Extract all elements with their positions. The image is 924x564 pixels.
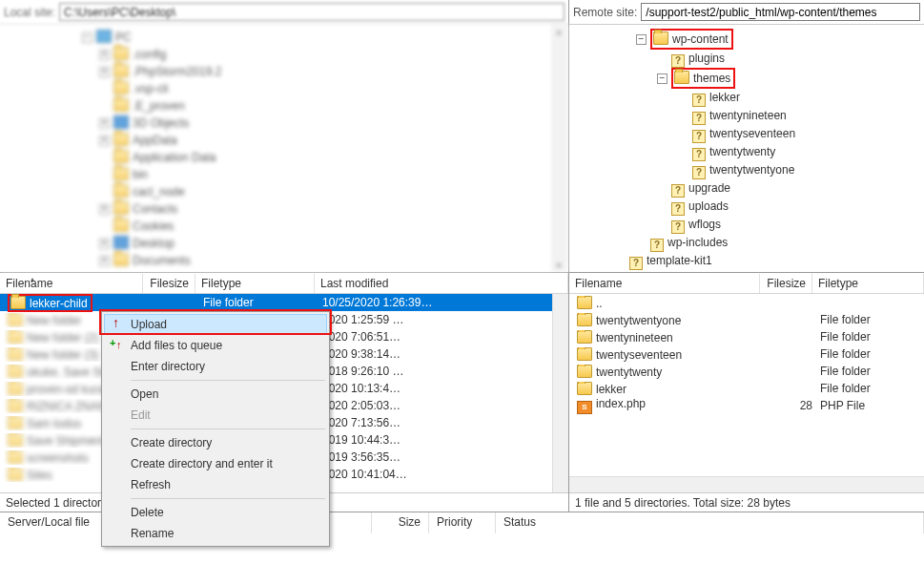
- local-site-input[interactable]: [59, 3, 565, 21]
- col-priority[interactable]: Priority: [429, 512, 496, 533]
- tree-item[interactable]: +Contacts: [82, 200, 568, 218]
- col-filetype[interactable]: Filetype: [195, 274, 315, 293]
- remote-tree-pane: Remote site: −wp-content?plugins−themes?…: [569, 0, 924, 272]
- expander-icon[interactable]: +: [99, 204, 110, 215]
- list-item[interactable]: lekker-childFile folder10/25/2020 1:26:3…: [0, 294, 568, 311]
- local-tree-pane: Local site: −PC+.config+.PhpStorm2019.2.…: [0, 0, 569, 272]
- tree-item[interactable]: ?twentytwentyone: [615, 161, 924, 179]
- folder-icon: [113, 253, 129, 266]
- expander-icon[interactable]: +: [99, 256, 110, 266]
- scrollbar-horizontal[interactable]: [569, 476, 924, 492]
- unknown-folder-icon: ?: [629, 257, 643, 270]
- tree-item[interactable]: .vsp-cli: [82, 80, 568, 97]
- menu-label: Edit: [131, 408, 151, 422]
- file-size: 28: [800, 399, 812, 412]
- remote-list-body[interactable]: ..twentytwentyoneFile foldertwentyninete…: [569, 294, 924, 492]
- col-filename[interactable]: Filename: [569, 274, 760, 293]
- tree-item[interactable]: −wp-content: [615, 29, 924, 50]
- list-item[interactable]: lekkerFile folder: [569, 380, 924, 397]
- folder-icon: [113, 47, 129, 60]
- tree-item[interactable]: bin: [82, 166, 568, 183]
- expander-icon[interactable]: −: [657, 73, 667, 84]
- tree-item[interactable]: ?plugins: [615, 50, 924, 68]
- menu-item-rename[interactable]: Rename: [104, 523, 327, 544]
- tree-item[interactable]: ?lekker: [615, 89, 924, 107]
- tree-item[interactable]: Application Data: [82, 149, 568, 166]
- tree-item[interactable]: +AppData: [82, 132, 568, 149]
- list-item[interactable]: Sindex.php28PHP File: [569, 397, 924, 414]
- tree-item[interactable]: Cookies: [82, 218, 568, 235]
- col-filetype[interactable]: Filetype: [812, 274, 924, 293]
- remote-site-input[interactable]: [641, 3, 920, 21]
- local-tree[interactable]: −PC+.config+.PhpStorm2019.2.vsp-cli.E_pr…: [0, 25, 568, 272]
- col-status[interactable]: Status: [496, 512, 924, 533]
- tree-item[interactable]: +.config: [82, 46, 568, 63]
- tree-item[interactable]: ?wp-includes: [615, 234, 924, 252]
- file-modified: 2018 9:26:10 …: [322, 365, 403, 378]
- menu-item-upload[interactable]: Upload: [104, 314, 327, 335]
- list-item[interactable]: twentynineteenFile folder: [569, 328, 924, 345]
- col-modified[interactable]: Last modified: [315, 274, 568, 293]
- folder-icon: [8, 399, 23, 412]
- tree-item[interactable]: ?twentytwenty: [615, 143, 924, 161]
- folder-icon: [8, 416, 23, 429]
- expander-icon[interactable]: −: [82, 32, 92, 43]
- unknown-folder-icon: ?: [671, 202, 685, 216]
- tree-label: twentytwenty: [709, 145, 775, 158]
- col-filesize[interactable]: Filesize: [760, 274, 812, 293]
- scrollbar-vertical[interactable]: [552, 25, 568, 272]
- expander-icon[interactable]: +: [99, 67, 110, 77]
- col-filesize[interactable]: Filesize: [143, 274, 195, 293]
- tree-label: AppData: [133, 134, 177, 147]
- scrollbar-vertical[interactable]: [552, 294, 568, 492]
- file-type: File folder: [820, 330, 871, 344]
- list-item[interactable]: twentyseventeenFile folder: [569, 345, 924, 363]
- file-modified: 2020 7:06:51…: [322, 330, 400, 344]
- menu-label: Create directory and enter it: [131, 457, 273, 470]
- menu-item-create-directory[interactable]: Create directory: [104, 432, 327, 453]
- menu-item-refresh[interactable]: Refresh: [104, 474, 327, 495]
- unknown-folder-icon: ?: [692, 94, 706, 107]
- tree-item[interactable]: cacl_node: [82, 183, 568, 200]
- list-item[interactable]: twentytwentyFile folder: [569, 363, 924, 380]
- menu-item-create-directory-and-enter-it[interactable]: Create directory and enter it: [104, 453, 327, 474]
- tree-item[interactable]: +3D Objects: [82, 115, 568, 132]
- tree-item[interactable]: +Desktop: [82, 235, 568, 252]
- tree-item[interactable]: ?wflogs: [615, 216, 924, 234]
- col-filename[interactable]: Filename: [0, 274, 143, 293]
- tree-item[interactable]: ?twentynineteen: [615, 107, 924, 125]
- menu-item-edit: Edit: [104, 405, 327, 426]
- menu-separator: [131, 428, 325, 429]
- list-item[interactable]: twentytwentyoneFile folder: [569, 311, 924, 328]
- col-size[interactable]: Size: [372, 512, 429, 533]
- file-modified: 2020 10:13:4…: [322, 382, 400, 395]
- list-item[interactable]: ..: [569, 294, 924, 311]
- tree-item[interactable]: .E_proven: [82, 97, 568, 115]
- expander-icon[interactable]: +: [99, 136, 110, 146]
- tree-item[interactable]: −themes: [615, 68, 924, 89]
- file-type: File folder: [820, 382, 871, 395]
- tree-item[interactable]: +Documents: [82, 252, 568, 269]
- remote-tree[interactable]: −wp-content?plugins−themes?lekker?twenty…: [569, 25, 924, 272]
- file-name: twentynineteen: [596, 331, 673, 345]
- menu-item-delete[interactable]: Delete: [104, 502, 327, 523]
- tree-item[interactable]: ?upgrade: [615, 179, 924, 198]
- tree-item[interactable]: −PC: [82, 29, 568, 46]
- menu-item-add-files-to-queue[interactable]: Add files to queue: [104, 335, 327, 356]
- tree-item[interactable]: ?twentyseventeen: [615, 125, 924, 143]
- expander-icon[interactable]: −: [636, 34, 647, 45]
- menu-item-enter-directory[interactable]: Enter directory: [104, 356, 327, 377]
- tree-label: Cookies: [133, 219, 174, 233]
- expander-icon[interactable]: +: [99, 50, 110, 60]
- context-menu: UploadAdd files to queueEnter directoryO…: [101, 311, 330, 547]
- expander-icon[interactable]: +: [99, 239, 110, 249]
- remote-address-bar: Remote site:: [569, 0, 924, 25]
- tree-item[interactable]: ?uploads: [615, 198, 924, 216]
- tree-item[interactable]: ?tmp: [615, 270, 924, 272]
- tree-item[interactable]: ?template-kit1: [615, 252, 924, 270]
- tree-label: Contacts: [133, 202, 177, 216]
- tree-item[interactable]: +.PhpStorm2019.2: [82, 63, 568, 80]
- expander-icon[interactable]: +: [99, 118, 110, 129]
- folder-icon: [113, 201, 129, 215]
- menu-item-open[interactable]: Open: [104, 384, 327, 405]
